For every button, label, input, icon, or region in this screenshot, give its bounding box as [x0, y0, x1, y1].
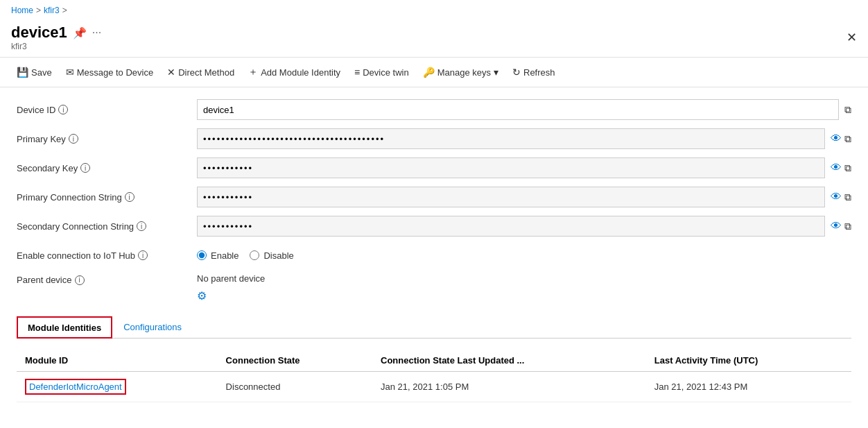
tab-module-identities[interactable]: Module Identities: [17, 316, 112, 339]
primary-conn-eye-button[interactable]: 👁: [831, 191, 842, 203]
secondary-connection-string-input[interactable]: [197, 216, 825, 237]
close-button[interactable]: ✕: [847, 30, 857, 45]
column-last-activity-time: Last Activity Time (UTC): [646, 350, 851, 372]
add-module-identity-label: Add Module Identity: [261, 67, 340, 78]
enable-conn-info-icon[interactable]: i: [138, 250, 148, 260]
save-button[interactable]: 💾 Save: [11, 64, 58, 80]
primary-conn-info-icon[interactable]: i: [125, 192, 134, 202]
last-updated-cell: Jan 21, 2021 1:05 PM: [372, 372, 646, 402]
device-id-input[interactable]: [197, 99, 839, 120]
secondary-key-label: Secondary Key: [17, 163, 78, 173]
more-icon[interactable]: ···: [92, 26, 101, 39]
refresh-icon: ↻: [512, 67, 521, 78]
breadcrumb-kfir3[interactable]: kfir3: [44, 6, 60, 15]
configurations-tab-label: Configurations: [123, 322, 182, 332]
device-id-info-icon[interactable]: i: [58, 105, 68, 114]
primary-key-input[interactable]: [197, 128, 825, 149]
manage-keys-label: Manage keys: [437, 67, 491, 78]
module-identities-tab-label: Module Identities: [28, 323, 101, 333]
secondary-key-input[interactable]: [197, 157, 825, 178]
direct-method-icon: ✕: [167, 67, 175, 78]
parent-device-label: Parent device: [17, 275, 72, 285]
column-connection-state: Connection State: [218, 350, 372, 372]
breadcrumb: Home > kfir3 >: [0, 0, 868, 21]
module-identities-table-section: Module ID Connection State Connection St…: [17, 350, 851, 402]
connection-state-cell: Disconnected: [218, 372, 372, 402]
device-twin-label: Device twin: [363, 67, 408, 78]
primary-key-copy-button[interactable]: ⧉: [844, 133, 851, 145]
device-id-copy-button[interactable]: ⧉: [844, 104, 851, 116]
breadcrumb-sep1: >: [36, 6, 41, 15]
add-icon: ＋: [248, 66, 258, 78]
module-id-link[interactable]: DefenderIotMicroAgent: [25, 379, 126, 395]
pin-icon[interactable]: 📌: [73, 26, 87, 40]
tabs-section: Module Identities Configurations Module …: [17, 316, 851, 402]
secondary-key-copy-button[interactable]: ⧉: [844, 162, 851, 174]
gear-icon[interactable]: ⚙: [197, 289, 207, 302]
secondary-key-info-icon[interactable]: i: [80, 163, 90, 173]
primary-connection-string-row: Primary Connection String i 👁 ⧉: [17, 186, 851, 208]
tab-configurations[interactable]: Configurations: [112, 316, 193, 338]
breadcrumb-sep2: >: [62, 6, 67, 15]
page-subtitle: kfir3: [11, 42, 101, 51]
module-id-cell: DefenderIotMicroAgent: [17, 372, 218, 402]
message-to-device-label: Message to Device: [77, 67, 154, 78]
refresh-button[interactable]: ↻ Refresh: [507, 64, 561, 80]
secondary-key-row: Secondary Key i 👁 ⧉: [17, 157, 851, 179]
parent-device-row: Parent device i No parent device ⚙: [17, 273, 851, 302]
secondary-connection-string-label: Secondary Connection String: [17, 221, 134, 232]
breadcrumb-home[interactable]: Home: [11, 6, 33, 15]
last-activity-cell: Jan 21, 2021 12:43 PM: [646, 372, 851, 402]
primary-conn-copy-button[interactable]: ⧉: [844, 191, 851, 203]
column-module-id: Module ID: [17, 350, 218, 372]
primary-connection-string-label: Primary Connection String: [17, 192, 122, 203]
message-icon: ✉: [66, 67, 74, 78]
enable-connection-label: Enable connection to IoT Hub: [17, 250, 135, 261]
save-label: Save: [31, 67, 52, 78]
enable-radio-text: Enable: [211, 250, 238, 261]
disable-radio-text: Disable: [263, 250, 293, 261]
secondary-connection-string-row: Secondary Connection String i 👁 ⧉: [17, 215, 851, 237]
message-to-device-button[interactable]: ✉ Message to Device: [60, 64, 159, 80]
direct-method-label: Direct Method: [178, 67, 234, 78]
primary-connection-string-input[interactable]: [197, 187, 825, 207]
disable-radio[interactable]: [250, 250, 259, 260]
device-twin-icon: ≡: [354, 67, 360, 78]
secondary-conn-info-icon[interactable]: i: [137, 221, 146, 231]
key-icon: 🔑: [423, 67, 435, 78]
save-icon: 💾: [17, 67, 28, 78]
no-parent-device-text: No parent device: [197, 273, 265, 284]
column-connection-state-last-updated: Connection State Last Updated ...: [372, 350, 646, 372]
direct-method-button[interactable]: ✕ Direct Method: [162, 64, 240, 80]
page-title: device1: [11, 24, 67, 42]
parent-device-info-icon[interactable]: i: [75, 275, 85, 285]
secondary-conn-copy-button[interactable]: ⧉: [844, 221, 851, 232]
device-id-row: Device ID i ⧉: [17, 99, 851, 121]
enable-radio-label[interactable]: Enable: [197, 250, 238, 261]
refresh-label: Refresh: [523, 67, 555, 78]
enable-radio[interactable]: [197, 250, 207, 260]
chevron-down-icon: ▾: [494, 67, 498, 78]
enable-connection-row: Enable connection to IoT Hub i Enable Di…: [17, 244, 851, 266]
module-identities-table: Module ID Connection State Connection St…: [17, 350, 851, 402]
primary-key-row: Primary Key i 👁 ⧉: [17, 128, 851, 150]
secondary-conn-eye-button[interactable]: 👁: [831, 220, 842, 232]
disable-radio-label[interactable]: Disable: [250, 250, 293, 261]
add-module-identity-button[interactable]: ＋ Add Module Identity: [243, 63, 346, 81]
primary-key-info-icon[interactable]: i: [69, 134, 78, 144]
manage-keys-button[interactable]: 🔑 Manage keys ▾: [417, 64, 504, 80]
table-row: DefenderIotMicroAgent Disconnected Jan 2…: [17, 372, 851, 402]
device-twin-button[interactable]: ≡ Device twin: [349, 64, 415, 80]
device-id-label: Device ID: [17, 105, 55, 115]
primary-key-eye-button[interactable]: 👁: [831, 132, 842, 145]
primary-key-label: Primary Key: [17, 134, 66, 144]
secondary-key-eye-button[interactable]: 👁: [831, 162, 842, 174]
